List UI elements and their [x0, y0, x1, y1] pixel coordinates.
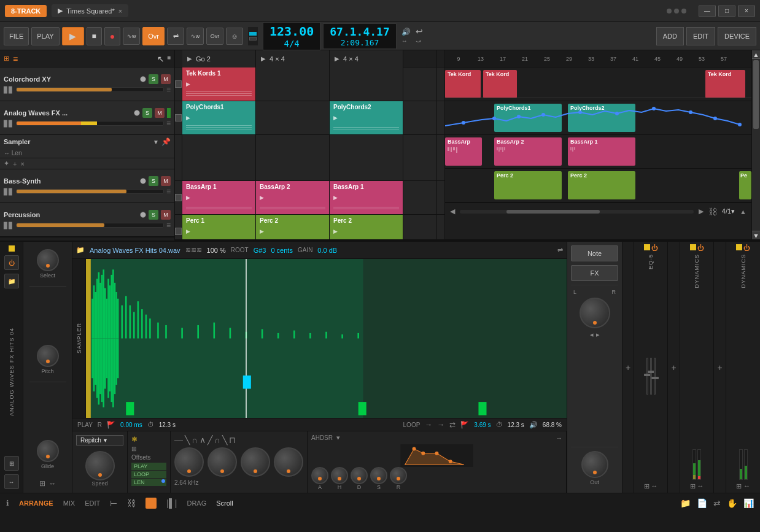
close-window-button[interactable]: ×	[738, 6, 755, 17]
lfo-fall-icon[interactable]: ╲	[222, 435, 227, 445]
clip-cell-0-0[interactable]: ▶ Tek Kords 1	[182, 67, 256, 101]
file-icon[interactable]: 📄	[697, 498, 707, 508]
device-button[interactable]: DEVICE	[718, 27, 756, 45]
arr-clip-tekkord-3[interactable]: Tek Kord	[705, 70, 745, 98]
track-mute-colorchord[interactable]: M	[161, 74, 171, 84]
sequencer-icon[interactable]: ⊢	[110, 498, 117, 508]
track-mute-basssynth[interactable]: M	[161, 176, 171, 186]
cursor-icon[interactable]: ↖	[157, 54, 165, 64]
tempo-display[interactable]: 123.00 4/4	[263, 22, 320, 50]
arr-scrollbar[interactable]	[460, 210, 694, 214]
dyn1-chain-icon[interactable]: ↔	[697, 482, 704, 490]
out-knob[interactable]	[581, 451, 608, 478]
stop-button[interactable]: ■	[87, 27, 102, 45]
arr-clip-perc2-2[interactable]: Perc 2	[568, 171, 635, 199]
track-solo-percussion[interactable]: S	[149, 210, 158, 220]
menu-icon-percussion[interactable]: ≡	[166, 221, 171, 229]
eq-fader-2[interactable]	[650, 358, 652, 395]
track-mute-dot-analogwaves[interactable]	[134, 110, 140, 116]
lfo-step-icon[interactable]: ⊓	[229, 435, 236, 445]
sampler-grid-icon-2[interactable]: ⊞	[39, 479, 45, 488]
repitch-dropdown[interactable]: Repitch ▾	[76, 435, 123, 445]
add-chain-btn-2[interactable]: +	[668, 242, 680, 493]
chart-icon[interactable]: 📊	[743, 498, 754, 508]
clip-cell-1-0[interactable]: ▶ PolyChords1	[182, 101, 256, 134]
arrange-tab[interactable]: ARRANGE	[19, 499, 53, 507]
glide-knob[interactable]	[37, 440, 59, 462]
minimize-button[interactable]: —	[699, 6, 716, 17]
scroll-track[interactable]	[752, 59, 760, 231]
smiley-button[interactable]: ☺	[226, 28, 243, 45]
sampler-power-btn[interactable]: ⏻	[4, 255, 19, 270]
reverse-icon[interactable]: ⇌	[557, 246, 563, 254]
attack-knob[interactable]	[311, 467, 328, 484]
overdub-button[interactable]: Ovr	[142, 27, 165, 45]
hold-knob[interactable]	[331, 467, 348, 484]
clip-cell-3-1[interactable]: ▶ BassArp 2	[256, 181, 330, 214]
arr-up-icon[interactable]: ▲	[740, 208, 746, 215]
lfo-line-icon[interactable]: —	[174, 435, 183, 445]
ovr-button[interactable]: Ovr	[206, 28, 223, 45]
clip-cell-4-0[interactable]: ▶ Perc 1	[182, 215, 256, 239]
knob1[interactable]	[174, 447, 204, 477]
add-button[interactable]: ADD	[656, 27, 684, 45]
track-mute-percussion[interactable]: M	[161, 210, 171, 220]
bars-icon[interactable]: |▌|	[166, 498, 177, 508]
track-solo-colorchord[interactable]: S	[149, 74, 158, 84]
stop-0-0[interactable]	[175, 80, 182, 88]
sampler-chain-icon[interactable]: ↔	[49, 479, 56, 488]
info-icon[interactable]: ℹ	[6, 499, 9, 507]
loop-offset-btn[interactable]: LOOP	[131, 471, 166, 478]
arr-clip-tekkord-1[interactable]: Tek Kord	[445, 70, 481, 98]
edit-tab[interactable]: EDIT	[85, 499, 100, 507]
maximize-button[interactable]: □	[718, 6, 735, 17]
menu-icon-colorchord[interactable]: ≡	[166, 85, 171, 94]
sampler-link-btn[interactable]: ↔	[4, 474, 19, 489]
note-button[interactable]: Note	[571, 245, 618, 261]
dyn2-chain-icon[interactable]: ↔	[743, 482, 750, 490]
track-mute-analogwaves[interactable]: M	[155, 108, 165, 118]
knob3[interactable]	[241, 447, 270, 477]
track-mute-dot-basssynth[interactable]	[140, 178, 146, 184]
arr-left-icon[interactable]: ◀	[450, 207, 455, 215]
folder-icon-3[interactable]: 📁	[680, 498, 691, 508]
clip-cell-2-0[interactable]	[182, 135, 256, 180]
release-knob[interactable]	[390, 467, 407, 484]
fx-button[interactable]: FX	[571, 265, 618, 281]
play-mode-button[interactable]: PLAY	[31, 27, 59, 45]
knob2[interactable]	[207, 447, 237, 477]
dyn2-grid-icon[interactable]: ⊞	[736, 482, 742, 490]
play-offset-btn[interactable]: PLAY	[131, 463, 166, 470]
clip-cell-2-1[interactable]	[256, 135, 330, 180]
arr-clip-bassarp1-2[interactable]: BassArp 1	[568, 137, 635, 166]
record-mode-indicator[interactable]	[145, 498, 157, 509]
clip-cell-3-2[interactable]: ▶ BassArp 1	[330, 181, 403, 214]
transfer-icon[interactable]: ⇄	[713, 498, 721, 508]
dyn1-power-icon[interactable]: ⏻	[697, 244, 704, 252]
arr-clip-bassarp[interactable]: BassArp	[445, 137, 482, 166]
close-icon-sampler[interactable]: ×	[20, 160, 24, 168]
lfo-arch2-icon[interactable]: ∩	[214, 435, 220, 445]
close-tab-icon[interactable]: ×	[118, 7, 122, 15]
stop-4-0[interactable]	[175, 228, 182, 235]
menu-icon-analogwaves[interactable]: ≡	[166, 119, 171, 128]
link-icon[interactable]: ⛓	[127, 498, 136, 508]
pin-icon[interactable]: 📌	[161, 137, 171, 146]
ahdsr-arrow-icon[interactable]: →	[556, 434, 562, 442]
clip-cell-1-2[interactable]: ▶ PolyChords2	[330, 101, 403, 134]
clip-cell-0-2[interactable]	[330, 67, 403, 101]
add-button-sampler[interactable]: +	[13, 160, 17, 168]
eq5-grid-icon[interactable]: ⊞	[644, 482, 649, 490]
clip-cell-4-1[interactable]: ▶ Perc 2	[256, 215, 330, 239]
arr-right-icon[interactable]: ▶	[699, 207, 704, 215]
sampler-folder-btn[interactable]: 📁	[4, 274, 19, 288]
clip-cell-3-0[interactable]: ▶ BassArp 1	[182, 181, 256, 214]
track-solo-basssynth[interactable]: S	[149, 176, 158, 186]
dyn2-power-icon[interactable]: ⏻	[743, 244, 750, 252]
edit-button[interactable]: EDIT	[686, 27, 715, 45]
knob4[interactable]	[274, 447, 303, 477]
eq5-chain-icon[interactable]: ↔	[651, 482, 658, 490]
position-display[interactable]: 67.1.4.17 2:09.167	[323, 23, 397, 49]
clip-cell-1-1[interactable]	[256, 101, 330, 134]
add-chain-btn[interactable]: +	[622, 242, 634, 493]
